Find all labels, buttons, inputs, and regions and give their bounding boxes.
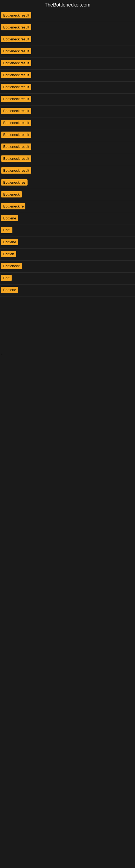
- site-title: TheBottlenecker.com: [0, 0, 135, 10]
- bottleneck-result-badge[interactable]: Bottleneck re: [1, 203, 26, 209]
- list-item: Bottleneck result: [0, 118, 135, 129]
- dots-indicator: ...: [0, 351, 135, 356]
- bottleneck-result-badge[interactable]: Bottleneck: [1, 191, 22, 197]
- list-item: Bottleneck: [0, 189, 135, 201]
- bottleneck-result-badge[interactable]: Bottleneck result: [1, 36, 31, 42]
- list-item: Bottleneck result: [0, 10, 135, 22]
- list-item: Bottleneck result: [0, 141, 135, 153]
- list-item: Bottleneck result: [0, 153, 135, 165]
- bottleneck-result-badge[interactable]: Bottleneck result: [1, 24, 31, 30]
- list-item: Bottleneck result: [0, 58, 135, 70]
- bottleneck-result-badge[interactable]: Bottleneck result: [1, 84, 31, 90]
- list-item: Bottleneck result: [0, 129, 135, 141]
- bottleneck-result-badge[interactable]: Bott: [1, 275, 12, 281]
- bottleneck-result-badge[interactable]: Bottlene: [1, 215, 18, 221]
- bottleneck-result-badge[interactable]: Bottleneck result: [1, 167, 31, 174]
- list-item: Bott: [0, 273, 135, 284]
- list-item: Bottlen: [0, 249, 135, 261]
- bottleneck-result-badge[interactable]: Bottleneck result: [1, 48, 31, 54]
- list-item: Bottlene: [0, 213, 135, 225]
- list-item: Bottleneck result: [0, 46, 135, 58]
- list-item: Bottleneck re: [0, 201, 135, 213]
- bottleneck-result-badge[interactable]: Bottleneck result: [1, 144, 31, 150]
- list-item: Bottleneck result: [0, 34, 135, 46]
- list-item: Bottleneck result: [0, 105, 135, 118]
- bottleneck-result-badge[interactable]: Bottleneck result: [1, 155, 31, 162]
- list-item: Bottleneck res: [0, 177, 135, 189]
- list-item: Bottleneck result: [0, 22, 135, 34]
- bottleneck-result-badge[interactable]: Bottleneck result: [1, 120, 31, 126]
- bottleneck-result-badge[interactable]: Bottleneck result: [1, 72, 31, 78]
- list-item: Bottleneck: [0, 261, 135, 273]
- list-item: Bottleneck result: [0, 94, 135, 105]
- bottleneck-result-badge[interactable]: Bottleneck res: [1, 179, 28, 186]
- bottleneck-result-badge[interactable]: Bottlene: [1, 239, 18, 245]
- list-item: Bottleneck result: [0, 82, 135, 94]
- list-item: Bottleneck result: [0, 165, 135, 177]
- bottleneck-result-badge[interactable]: Bottleneck result: [1, 12, 31, 19]
- list-item: Bottleneck result: [0, 70, 135, 82]
- bottleneck-result-badge[interactable]: Bottleneck result: [1, 108, 31, 114]
- bottleneck-result-badge[interactable]: Bottleneck result: [1, 96, 31, 102]
- list-item: Bottl: [0, 225, 135, 237]
- bottleneck-result-badge[interactable]: Bottl: [1, 227, 12, 233]
- list-item: Bottlene: [0, 284, 135, 297]
- spacer: [0, 297, 135, 351]
- bottleneck-result-badge[interactable]: Bottlene: [1, 287, 18, 293]
- bottleneck-result-badge[interactable]: Bottleneck result: [1, 131, 31, 138]
- list-item: Bottlene: [0, 237, 135, 249]
- bottom-spacer: [0, 356, 135, 519]
- bottleneck-result-badge[interactable]: Bottlen: [1, 251, 16, 257]
- bottleneck-result-badge[interactable]: Bottleneck: [1, 263, 22, 269]
- bottleneck-result-badge[interactable]: Bottleneck result: [1, 60, 31, 66]
